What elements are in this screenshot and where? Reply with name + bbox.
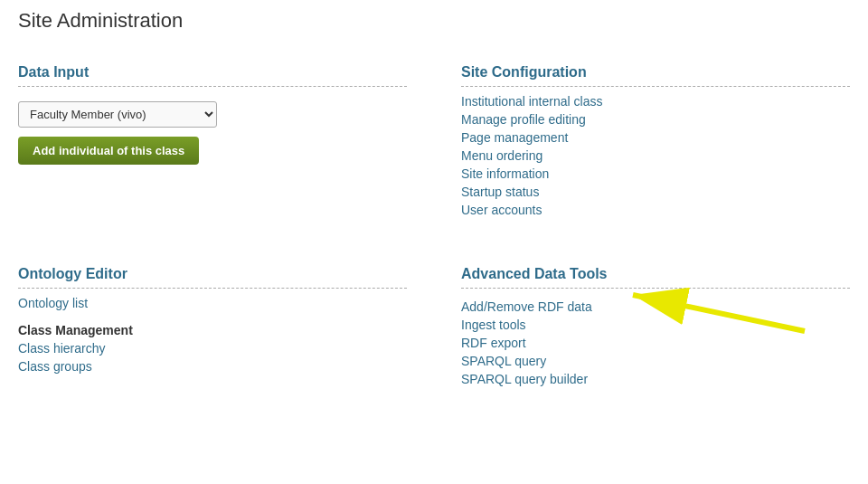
list-item: Class hierarchy bbox=[18, 341, 407, 356]
add-remove-rdf-link[interactable]: Add/Remove RDF data bbox=[461, 299, 592, 314]
site-information-link[interactable]: Site information bbox=[461, 166, 549, 181]
ontology-editor-section: Ontology Editor Ontology list Class Mana… bbox=[18, 257, 407, 399]
list-item: Menu ordering bbox=[461, 148, 850, 163]
startup-status-link[interactable]: Startup status bbox=[461, 185, 539, 199]
ontology-list-link[interactable]: Ontology list bbox=[18, 296, 88, 310]
list-item: Add/Remove RDF data bbox=[461, 299, 850, 314]
advanced-data-tools-title: Advanced Data Tools bbox=[461, 266, 850, 289]
class-management-links: Class hierarchy Class groups bbox=[18, 341, 407, 374]
list-item: SPARQL query builder bbox=[461, 372, 850, 386]
institutional-internal-class-link[interactable]: Institutional internal class bbox=[461, 94, 602, 109]
add-individual-button[interactable]: Add individual of this class bbox=[18, 137, 199, 165]
data-input-section: Data Input Faculty Member (vivo) Add ind… bbox=[18, 55, 407, 230]
class-groups-link[interactable]: Class groups bbox=[18, 359, 92, 374]
rdf-export-link[interactable]: RDF export bbox=[461, 336, 526, 350]
menu-ordering-link[interactable]: Menu ordering bbox=[461, 148, 542, 163]
list-item: Startup status bbox=[461, 185, 850, 199]
list-item: Ontology list bbox=[18, 296, 407, 310]
class-management-title: Class Management bbox=[18, 323, 407, 337]
advanced-data-tools-section: Advanced Data Tools Add/Remove RDF data bbox=[461, 257, 850, 399]
list-item: RDF export bbox=[461, 336, 850, 350]
list-item: Institutional internal class bbox=[461, 94, 850, 109]
manage-profile-editing-link[interactable]: Manage profile editing bbox=[461, 112, 586, 127]
list-item: Page management bbox=[461, 130, 850, 145]
list-item: Ingest tools bbox=[461, 318, 850, 332]
page-management-link[interactable]: Page management bbox=[461, 130, 568, 145]
sparql-query-builder-link[interactable]: SPARQL query builder bbox=[461, 372, 588, 386]
advanced-data-tools-links: Add/Remove RDF data Ingest tools RDF exp… bbox=[461, 299, 850, 386]
ontology-editor-title: Ontology Editor bbox=[18, 266, 407, 289]
list-item: Manage profile editing bbox=[461, 112, 850, 127]
class-hierarchy-link[interactable]: Class hierarchy bbox=[18, 341, 105, 356]
sparql-query-link[interactable]: SPARQL query bbox=[461, 354, 546, 368]
page-title: Site Administration bbox=[18, 9, 850, 37]
list-item: Class groups bbox=[18, 359, 407, 374]
ontology-editor-links: Ontology list bbox=[18, 296, 407, 310]
data-input-title: Data Input bbox=[18, 64, 407, 87]
ingest-tools-link[interactable]: Ingest tools bbox=[461, 318, 526, 332]
list-item: Site information bbox=[461, 166, 850, 181]
site-configuration-section: Site Configuration Institutional interna… bbox=[461, 55, 850, 230]
user-accounts-link[interactable]: User accounts bbox=[461, 203, 542, 217]
site-configuration-title: Site Configuration bbox=[461, 64, 850, 87]
site-configuration-links: Institutional internal class Manage prof… bbox=[461, 94, 850, 217]
list-item: User accounts bbox=[461, 203, 850, 217]
list-item: SPARQL query bbox=[461, 354, 850, 368]
class-select[interactable]: Faculty Member (vivo) bbox=[18, 101, 217, 128]
